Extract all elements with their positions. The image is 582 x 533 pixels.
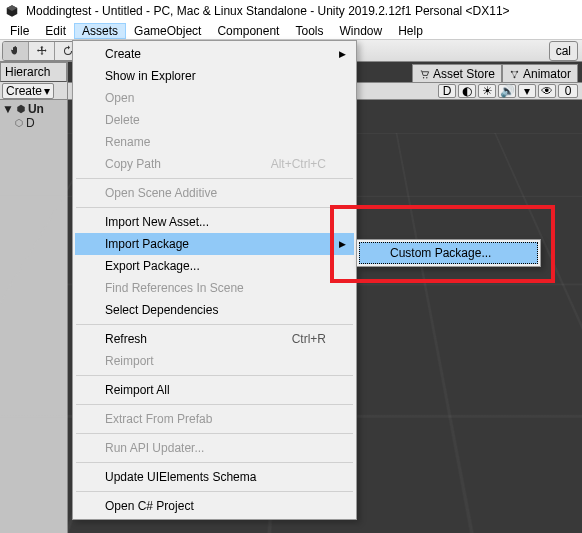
custom-package-item[interactable]: Custom Package... [359,242,538,264]
menu-item-label: Open [105,91,134,105]
unity-scene-icon [16,104,26,114]
menu-item-select-dependencies[interactable]: Select Dependencies [75,299,354,321]
menubar[interactable]: File Edit Assets GameObject Component To… [0,22,582,40]
menu-item-open-scene-additive: Open Scene Additive [75,182,354,204]
move-tool-button[interactable] [29,42,55,60]
menu-component[interactable]: Component [209,23,287,39]
menu-shortcut: Ctrl+R [292,332,326,346]
menu-item-delete: Delete [75,109,354,131]
cart-icon [419,69,430,80]
menu-item-label: Select Dependencies [105,303,218,317]
menu-item-label: Copy Path [105,157,161,171]
toggle-icon: ◐ [462,84,472,98]
light-icon: ☀ [482,84,493,98]
menu-gameobject[interactable]: GameObject [126,23,209,39]
local-button[interactable]: cal [550,42,577,60]
fx-icon: ▾ [524,84,530,98]
menu-item-export-package[interactable]: Export Package... [75,255,354,277]
hierarchy-body: ▼ Un D [0,100,67,132]
menu-shortcut: Alt+Ctrl+C [271,157,326,171]
eye-icon: 👁 [541,84,553,98]
assets-dropdown-menu: Create▶Show in ExplorerOpenDeleteRenameC… [72,40,357,520]
lighting-toggle[interactable]: ☀ [478,84,496,98]
hierarchy-tab-label: Hierarch [5,65,50,79]
menu-item-open-c-project[interactable]: Open C# Project [75,495,354,517]
gameobject-icon [14,118,24,128]
menu-item-label: Open C# Project [105,499,194,513]
menu-edit[interactable]: Edit [37,23,74,39]
menu-item-label: Run API Updater... [105,441,204,455]
unity-logo-icon [4,3,20,19]
menu-item-label: Export Package... [105,259,200,273]
menu-item-reimport-all[interactable]: Reimport All [75,379,354,401]
transform-tool-group [2,41,82,61]
hierarchy-scene-row[interactable]: ▼ Un [0,102,67,116]
menu-item-label: Import Package [105,237,189,251]
animator-tab[interactable]: Animator [502,64,578,84]
menu-item-refresh[interactable]: RefreshCtrl+R [75,328,354,350]
chevron-down-icon: ▼ [2,102,14,116]
svg-marker-3 [16,119,23,127]
shading-dropdown[interactable]: D [438,84,456,98]
menu-item-label: Find References In Scene [105,281,244,295]
svg-point-5 [426,77,427,78]
menu-item-create[interactable]: Create▶ [75,43,354,65]
svg-point-4 [423,77,424,78]
hierarchy-child-row[interactable]: D [0,116,67,130]
window-titlebar: Moddingtest - Untitled - PC, Mac & Linux… [0,0,582,22]
menu-item-extract-from-prefab: Extract From Prefab [75,408,354,430]
menu-item-label: Show in Explorer [105,69,196,83]
hierarchy-toolbar: Create ▾ [0,82,67,100]
menu-item-open: Open [75,87,354,109]
menu-item-label: Reimport All [105,383,170,397]
menu-window[interactable]: Window [331,23,390,39]
menu-item-label: Update UIElements Schema [105,470,256,484]
speaker-icon: 🔊 [500,84,515,98]
menu-item-reimport: Reimport [75,350,354,372]
menu-assets[interactable]: Assets [74,23,126,39]
hierarchy-item-label: Un [28,102,44,116]
asset-store-tab[interactable]: Asset Store [412,64,502,84]
hand-tool-button[interactable] [3,42,29,60]
submenu-arrow-icon: ▶ [339,239,346,249]
menu-file[interactable]: File [2,23,37,39]
menu-item-copy-path: Copy PathAlt+Ctrl+C [75,153,354,175]
pivot-mode-group: cal [549,41,578,61]
menu-item-label: Rename [105,135,150,149]
chevron-down-icon: ▾ [44,84,50,98]
menu-item-label: Open Scene Additive [105,186,217,200]
hierarchy-tab[interactable]: Hierarch [0,62,67,82]
animator-icon [509,69,520,80]
gizmo-toggle[interactable]: 👁 [538,84,556,98]
menu-item-rename: Rename [75,131,354,153]
submenu-arrow-icon: ▶ [339,49,346,59]
create-dropdown[interactable]: Create ▾ [2,83,54,99]
menu-item-update-uielements-schema[interactable]: Update UIElements Schema [75,466,354,488]
menu-tools[interactable]: Tools [287,23,331,39]
import-package-submenu: Custom Package... [356,239,541,267]
menu-item-find-references-in-scene: Find References In Scene [75,277,354,299]
audio-toggle[interactable]: 🔊 [498,84,516,98]
2d-toggle[interactable]: ◐ [458,84,476,98]
layer-count[interactable]: 0 [558,84,578,98]
menu-item-label: Refresh [105,332,147,346]
menu-item-label: Extract From Prefab [105,412,212,426]
menu-item-import-package[interactable]: Import Package▶ [75,233,354,255]
menu-item-label: Reimport [105,354,154,368]
menu-item-label: Import New Asset... [105,215,209,229]
hierarchy-item-label: D [26,116,35,130]
menu-item-import-new-asset[interactable]: Import New Asset... [75,211,354,233]
menu-help[interactable]: Help [390,23,431,39]
fx-toggle[interactable]: ▾ [518,84,536,98]
svg-marker-2 [17,105,25,113]
menu-item-label: Create [105,47,141,61]
menu-item-show-in-explorer[interactable]: Show in Explorer [75,65,354,87]
menu-item-run-api-updater: Run API Updater... [75,437,354,459]
window-title: Moddingtest - Untitled - PC, Mac & Linux… [26,4,510,18]
menu-item-label: Delete [105,113,140,127]
